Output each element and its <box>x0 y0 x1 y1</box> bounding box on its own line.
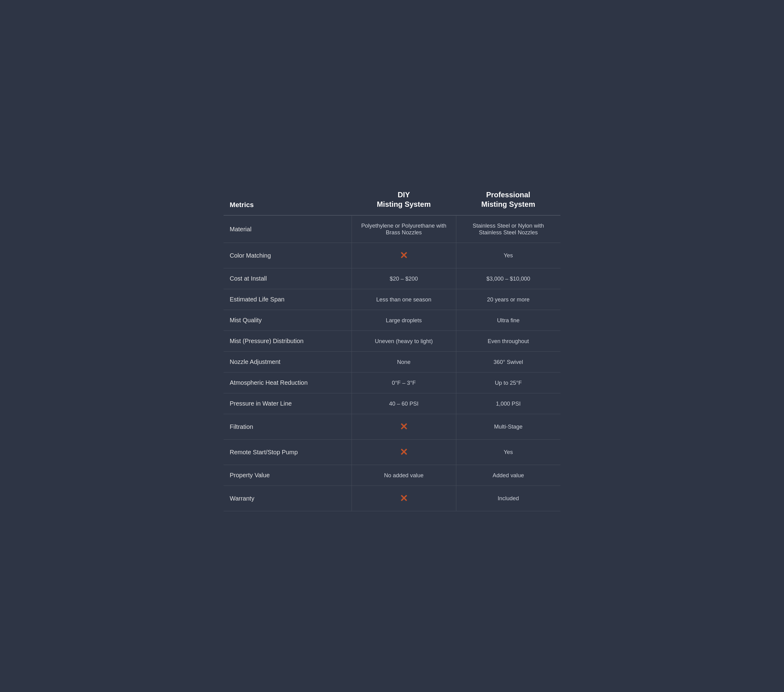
metrics-header-label: Metrics <box>230 201 254 209</box>
table-row: Filtration✕Multi-Stage <box>224 414 560 440</box>
pro-header-line2: Misting System <box>481 200 535 208</box>
pro-value: Yes <box>456 440 560 465</box>
pro-value: Ultra fine <box>456 310 560 331</box>
diy-value: No added value <box>352 465 456 486</box>
diy-value: 40 – 60 PSI <box>352 393 456 414</box>
pro-value: 1,000 PSI <box>456 393 560 414</box>
x-mark-icon: ✕ <box>400 421 408 433</box>
metric-label: Property Value <box>224 465 352 486</box>
table-row: MaterialPolyethylene or Polyurethane wit… <box>224 215 560 243</box>
diy-value: Uneven (heavy to light) <box>352 331 456 352</box>
pro-value: Up to 25°F <box>456 372 560 393</box>
metric-label: Warranty <box>224 486 352 511</box>
table-row: Property ValueNo added valueAdded value <box>224 465 560 486</box>
diy-value: ✕ <box>352 243 456 269</box>
x-mark-icon: ✕ <box>400 250 408 261</box>
metric-label: Nozzle Adjustment <box>224 352 352 372</box>
diy-value: None <box>352 352 456 372</box>
diy-value: Polyethylene or Polyurethane with Brass … <box>352 215 456 243</box>
metric-label: Color Matching <box>224 243 352 269</box>
metric-label: Material <box>224 215 352 243</box>
table-row: Atmospheric Heat Reduction0°F – 3°FUp to… <box>224 372 560 393</box>
table-row: Color Matching✕Yes <box>224 243 560 269</box>
diy-header-text: DIY Misting System <box>377 191 431 208</box>
pro-value: Added value <box>456 465 560 486</box>
pro-header-line1: Professional <box>486 191 530 199</box>
pro-value: Stainless Steel or Nylon with Stainless … <box>456 215 560 243</box>
metrics-header: Metrics <box>224 181 352 215</box>
table-row: Pressure in Water Line40 – 60 PSI1,000 P… <box>224 393 560 414</box>
table-row: Mist QualityLarge dropletsUltra fine <box>224 310 560 331</box>
diy-header: DIY Misting System <box>352 181 456 215</box>
table-row: Estimated Life SpanLess than one season2… <box>224 289 560 310</box>
metric-label: Remote Start/Stop Pump <box>224 440 352 465</box>
table-row: Mist (Pressure) DistributionUneven (heav… <box>224 331 560 352</box>
comparison-table: Metrics DIY Misting System Professional … <box>224 181 560 511</box>
pro-value: 360° Swivel <box>456 352 560 372</box>
metric-label: Atmospheric Heat Reduction <box>224 372 352 393</box>
metric-label: Mist Quality <box>224 310 352 331</box>
pro-header-text: Professional Misting System <box>481 191 535 208</box>
table-row: Warranty✕Included <box>224 486 560 511</box>
diy-value: ✕ <box>352 414 456 440</box>
table-row: Cost at Install$20 – $200$3,000 – $10,00… <box>224 269 560 289</box>
pro-header: Professional Misting System <box>456 181 560 215</box>
pro-value: $3,000 – $10,000 <box>456 269 560 289</box>
diy-header-line1: DIY <box>397 191 410 199</box>
table-row: Nozzle AdjustmentNone360° Swivel <box>224 352 560 372</box>
pro-value: Even throughout <box>456 331 560 352</box>
diy-header-line2: Misting System <box>377 200 431 208</box>
metric-label: Pressure in Water Line <box>224 393 352 414</box>
diy-value: Large droplets <box>352 310 456 331</box>
x-mark-icon: ✕ <box>400 493 408 504</box>
pro-value: 20 years or more <box>456 289 560 310</box>
metric-label: Cost at Install <box>224 269 352 289</box>
pro-value: Yes <box>456 243 560 269</box>
x-mark-icon: ✕ <box>400 447 408 458</box>
diy-value: 0°F – 3°F <box>352 372 456 393</box>
pro-value: Included <box>456 486 560 511</box>
diy-value: $20 – $200 <box>352 269 456 289</box>
diy-value: ✕ <box>352 440 456 465</box>
metric-label: Mist (Pressure) Distribution <box>224 331 352 352</box>
diy-value: Less than one season <box>352 289 456 310</box>
metric-label: Filtration <box>224 414 352 440</box>
table-row: Remote Start/Stop Pump✕Yes <box>224 440 560 465</box>
pro-value: Multi-Stage <box>456 414 560 440</box>
diy-value: ✕ <box>352 486 456 511</box>
metric-label: Estimated Life Span <box>224 289 352 310</box>
